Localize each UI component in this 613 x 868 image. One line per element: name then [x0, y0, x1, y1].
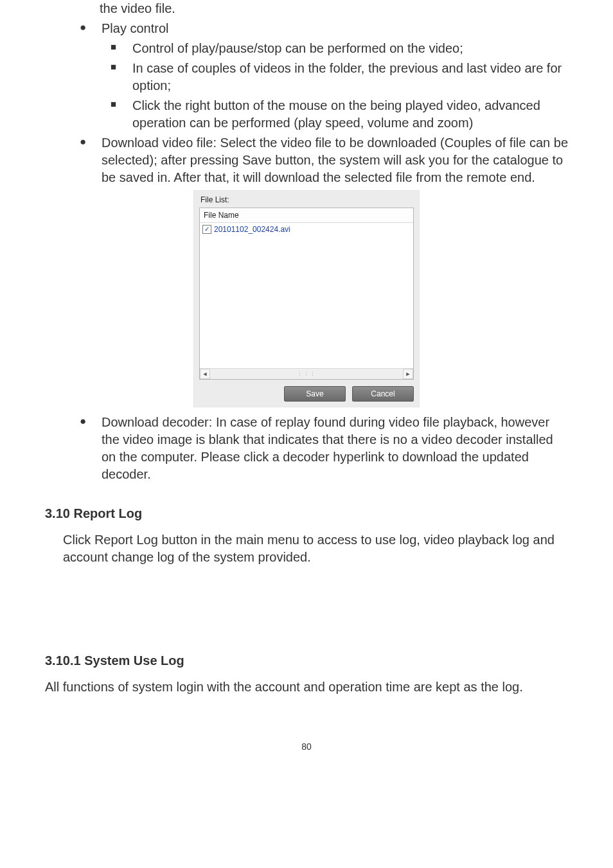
list-download-file: Download video file: Select the video fi… — [71, 134, 568, 186]
li-text: Control of play/pause/stop can be perfor… — [132, 40, 568, 57]
list-item: In case of couples of videos in the fold… — [102, 60, 568, 94]
file-list-box: File Name ✓ 20101102_002424.avi ◄ ⋮⋮⋮ ► — [199, 208, 414, 380]
dialog-button-row: Save Cancel — [199, 386, 414, 402]
list-play-control: Play control Control of play/pause/stop … — [71, 20, 568, 132]
horizontal-scrollbar[interactable]: ◄ ⋮⋮⋮ ► — [200, 368, 413, 379]
save-button[interactable]: Save — [284, 386, 346, 402]
section-heading-310: 3.10 Report Log — [45, 505, 568, 522]
top-fragment: the video file. — [45, 0, 568, 17]
list-item-text: Download decoder: In case of replay foun… — [102, 414, 568, 483]
page-number: 80 — [45, 741, 568, 753]
list-item-text: Download video file: Select the video fi… — [102, 134, 568, 186]
column-header-filename[interactable]: File Name — [200, 208, 413, 223]
spacer — [45, 572, 568, 630]
scroll-left-icon[interactable]: ◄ — [200, 369, 210, 379]
cancel-button[interactable]: Cancel — [352, 386, 414, 402]
section-heading-3101: 3.10.1 System Use Log — [45, 652, 568, 669]
list-item: Click the right button of the mouse on t… — [102, 97, 568, 132]
li-text: In case of couples of videos in the fold… — [132, 60, 568, 94]
scroll-grip-icon: ⋮⋮⋮ — [297, 370, 316, 378]
list-download-decoder: Download decoder: In case of replay foun… — [71, 414, 568, 483]
outer-list: Play control Control of play/pause/stop … — [45, 20, 568, 186]
inner-list: Control of play/pause/stop can be perfor… — [102, 40, 568, 132]
scroll-track[interactable]: ⋮⋮⋮ — [210, 369, 403, 379]
section-310-paragraph: Click Report Log button in the main menu… — [63, 531, 568, 566]
list-item-text: Play control — [102, 20, 568, 37]
section-3101-paragraph: All functions of system login with the a… — [45, 678, 568, 696]
file-row[interactable]: ✓ 20101102_002424.avi — [200, 223, 413, 236]
li-text: Click the right button of the mouse on t… — [132, 97, 568, 132]
list-item: Control of play/pause/stop can be perfor… — [102, 40, 568, 57]
outer-list-2: Download decoder: In case of replay foun… — [45, 414, 568, 483]
file-name-text: 20101102_002424.avi — [214, 224, 290, 235]
file-list-dialog: File List: File Name ✓ 20101102_002424.a… — [193, 190, 420, 407]
dialog-title: File List: — [199, 193, 414, 208]
scroll-right-icon[interactable]: ► — [403, 369, 413, 379]
checkbox-icon[interactable]: ✓ — [202, 225, 211, 234]
